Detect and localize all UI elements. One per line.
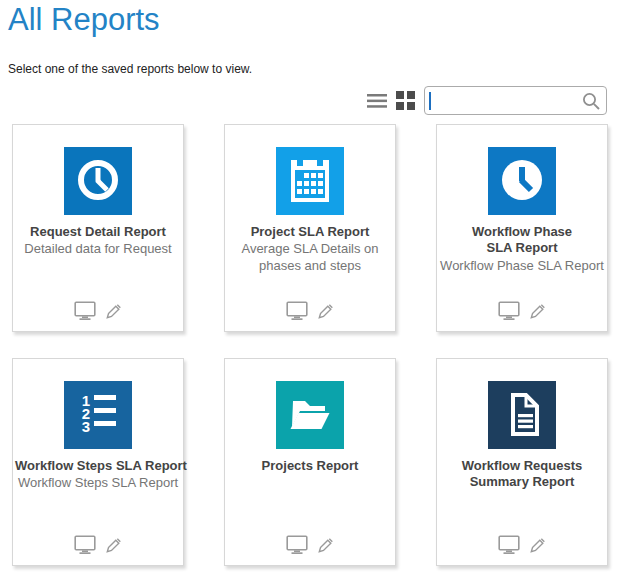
edit-report-icon[interactable] [105, 303, 122, 320]
toolbar [367, 86, 607, 115]
search-input[interactable] [434, 87, 581, 114]
report-title: Workflow Phase SLA Report [461, 224, 583, 257]
report-title: Request Detail Report [13, 224, 183, 240]
card-actions [13, 301, 183, 320]
grid-view-icon[interactable] [396, 91, 415, 110]
clock-outline-icon [64, 147, 132, 215]
svg-text:3: 3 [82, 418, 90, 435]
page-title: All Reports [8, 2, 160, 38]
view-report-icon[interactable] [286, 535, 308, 554]
view-report-icon[interactable] [74, 535, 96, 554]
edit-report-icon[interactable] [105, 537, 122, 554]
card-actions [225, 301, 395, 320]
report-card[interactable]: Request Detail Report Detailed data for … [12, 124, 184, 332]
report-card[interactable]: 1 2 3 Workflow Steps SLA Report Workflow… [12, 358, 184, 566]
folder-open-icon [276, 381, 344, 449]
card-actions [437, 535, 607, 554]
report-description: Workflow Steps SLA Report [13, 475, 183, 491]
card-actions [13, 535, 183, 554]
report-description: Workflow Phase SLA Report [437, 258, 607, 274]
text-caret [429, 92, 431, 110]
clock-solid-icon [488, 147, 556, 215]
report-card[interactable]: Project SLA Report Average SLA Details o… [224, 124, 396, 332]
page-subtitle: Select one of the saved reports below to… [8, 62, 252, 76]
report-description: Detailed data for Request [13, 241, 183, 257]
numbered-list-icon: 1 2 3 [64, 381, 132, 449]
card-actions [225, 535, 395, 554]
document-icon [488, 381, 556, 449]
report-card[interactable]: Workflow Requests Summary Report [436, 358, 608, 566]
list-view-icon[interactable] [367, 93, 387, 109]
report-card[interactable]: Workflow Phase SLA Report Workflow Phase… [436, 124, 608, 332]
view-report-icon[interactable] [286, 301, 308, 320]
search-icon[interactable] [581, 91, 601, 111]
report-title: Projects Report [225, 458, 395, 474]
search-box[interactable] [424, 86, 607, 115]
report-description: Average SLA Details on phases and steps [234, 241, 386, 274]
report-title: Workflow Requests Summary Report [446, 458, 598, 491]
edit-report-icon[interactable] [529, 537, 546, 554]
report-title: Project SLA Report [225, 224, 395, 240]
report-grid: Request Detail Report Detailed data for … [12, 124, 608, 566]
edit-report-icon[interactable] [529, 303, 546, 320]
edit-report-icon[interactable] [317, 303, 334, 320]
report-card[interactable]: Projects Report [224, 358, 396, 566]
edit-report-icon[interactable] [317, 537, 334, 554]
card-actions [437, 301, 607, 320]
view-report-icon[interactable] [498, 535, 520, 554]
view-report-icon[interactable] [498, 301, 520, 320]
report-title: Workflow Steps SLA Report [13, 458, 183, 474]
calendar-icon [276, 147, 344, 215]
view-report-icon[interactable] [74, 301, 96, 320]
